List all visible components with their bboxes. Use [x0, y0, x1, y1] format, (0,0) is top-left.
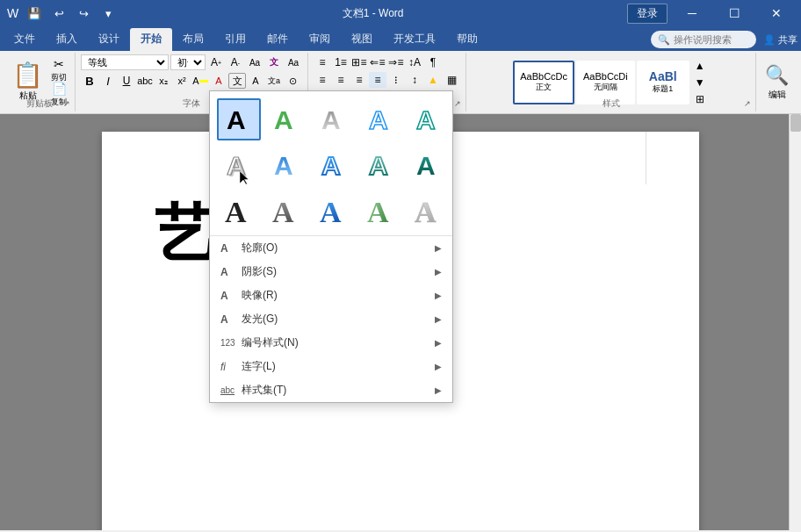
styleset-menu-item[interactable]: abc 样式集(T) ▶: [210, 378, 452, 402]
shrink-font-button[interactable]: A-: [227, 54, 244, 70]
bold-button[interactable]: B: [81, 73, 98, 89]
shading-button[interactable]: ▲: [424, 72, 442, 88]
svg-text:A: A: [274, 151, 293, 180]
svg-text:A: A: [367, 196, 389, 227]
superscript-button[interactable]: x²: [173, 73, 191, 89]
right-scrollbar[interactable]: [789, 114, 801, 530]
tab-design[interactable]: 设计: [88, 28, 130, 51]
bullets-button[interactable]: ≡: [314, 54, 331, 70]
align-right-button[interactable]: ≡: [350, 72, 368, 88]
cut-button[interactable]: ✂ 剪切: [48, 59, 69, 82]
paragraph-expand-button[interactable]: ↗: [451, 97, 464, 110]
multilevel-list-button[interactable]: ⊞≡: [350, 54, 368, 70]
tab-view[interactable]: 视图: [341, 28, 383, 51]
glow-menu-item[interactable]: A 发光(G) ▶: [210, 307, 452, 331]
search-icon: 🔍: [658, 34, 670, 46]
change-case-button[interactable]: Aa: [285, 54, 302, 70]
char-border-button[interactable]: 文: [228, 73, 246, 89]
art-text-dropdown: A A A A A: [209, 90, 453, 403]
scroll-thumb-top: [790, 114, 801, 132]
customize-qa-button[interactable]: ▾: [97, 3, 119, 24]
tab-file[interactable]: 文件: [4, 28, 46, 51]
line-spacing-button[interactable]: ↕: [406, 72, 423, 88]
tab-insert[interactable]: 插入: [46, 28, 88, 51]
tab-home[interactable]: 开始: [130, 28, 172, 51]
tab-review[interactable]: 审阅: [299, 28, 341, 51]
art-style-plain-black[interactable]: A: [217, 98, 261, 140]
underline-button[interactable]: U: [118, 73, 135, 89]
title-bar: W 💾 ↩ ↪ ▾ 文档1 - Word 登录 ─ ☐ ✕: [0, 0, 801, 26]
art-style-heavy-green-outline[interactable]: A: [359, 190, 403, 232]
art-style-metallic[interactable]: A: [407, 190, 451, 232]
editing-content: 🔍 编辑: [761, 54, 792, 110]
outline-menu-item[interactable]: A 轮廓(O) ▶: [210, 236, 452, 260]
restore-button[interactable]: ☐: [717, 0, 752, 26]
styles-scroll-up[interactable]: ▲: [691, 58, 709, 74]
art-style-gradient-gray[interactable]: A: [312, 98, 356, 140]
window-title: 文档1 - Word: [119, 6, 627, 21]
undo-button[interactable]: ↩: [48, 3, 69, 24]
search-box[interactable]: 🔍: [651, 31, 756, 48]
align-center-button[interactable]: ≡: [332, 72, 350, 88]
art-style-blue-outline-gradient[interactable]: A: [312, 144, 356, 186]
clear-format-button[interactable]: Aa: [246, 54, 263, 70]
font-color-button[interactable]: A: [210, 73, 227, 89]
decrease-indent-button[interactable]: ⇐≡: [369, 54, 386, 70]
align-left-button[interactable]: ≡: [314, 72, 331, 88]
art-style-gradient-blue[interactable]: A: [264, 144, 308, 186]
shadow-menu-item[interactable]: A 阴影(S) ▶: [210, 260, 452, 284]
save-button[interactable]: 💾: [24, 3, 45, 24]
font-name-select[interactable]: 等线: [81, 54, 169, 70]
art-style-heavy-blue[interactable]: A: [312, 190, 356, 232]
tab-layout[interactable]: 布局: [172, 28, 214, 51]
italic-button[interactable]: I: [99, 73, 117, 89]
styles-expand-button[interactable]: ↗: [741, 97, 754, 110]
art-style-outline-teal[interactable]: A: [407, 98, 451, 140]
increase-indent-button[interactable]: ⇒≡: [387, 54, 405, 70]
find-button[interactable]: 🔍 编辑: [761, 58, 792, 107]
art-style-green-outline[interactable]: A: [359, 144, 403, 186]
ligature-menu-item[interactable]: fi 连字(L) ▶: [210, 355, 452, 378]
tab-references[interactable]: 引用: [214, 28, 256, 51]
pinyin-button[interactable]: 文a: [265, 73, 283, 89]
justify-button[interactable]: ≡: [369, 72, 386, 88]
glow-arrow-icon: ▶: [435, 314, 442, 324]
minimize-button[interactable]: ─: [675, 0, 710, 26]
share-button[interactable]: 👤 共享: [763, 33, 797, 47]
tab-mailings[interactable]: 邮件: [256, 28, 299, 51]
art-style-dark-teal[interactable]: A: [407, 144, 451, 186]
title-bar-left: W 💾 ↩ ↪ ▾: [7, 3, 119, 24]
quick-access-toolbar: 💾 ↩ ↪ ▾: [24, 3, 119, 24]
art-style-heavy-gray[interactable]: A: [264, 190, 308, 232]
numbering-menu-item[interactable]: 123 编号样式(N) ▶: [210, 331, 452, 355]
art-text-grid: A A A A A: [210, 91, 452, 236]
clipboard-expand-button[interactable]: ↗: [61, 97, 73, 110]
login-button[interactable]: 登录: [627, 4, 668, 24]
art-style-shadow-gray[interactable]: A A: [217, 144, 261, 186]
strikethrough-button[interactable]: abc: [136, 73, 154, 89]
tab-developer[interactable]: 开发工具: [383, 28, 446, 51]
char-spacing-button[interactable]: 文: [265, 54, 283, 70]
subscript-button[interactable]: x₂: [155, 73, 172, 89]
borders-button[interactable]: ▦: [443, 72, 460, 88]
numbering-button[interactable]: 1≡: [332, 54, 350, 70]
column-layout-button[interactable]: ⫶: [387, 72, 405, 88]
art-style-outline-blue[interactable]: A: [359, 98, 403, 140]
art-style-green-solid[interactable]: A: [264, 98, 308, 140]
char-shading-button[interactable]: A: [247, 73, 264, 89]
close-button[interactable]: ✕: [759, 0, 794, 26]
encircle-button[interactable]: ⊙: [284, 73, 301, 89]
style-normal-preview: AaBbCcDc: [520, 71, 567, 82]
search-input[interactable]: [674, 34, 744, 45]
grow-font-button[interactable]: A+: [207, 54, 225, 70]
redo-button[interactable]: ↪: [73, 3, 94, 24]
font-size-select[interactable]: 初号: [170, 54, 206, 70]
show-marks-button[interactable]: ¶: [424, 54, 442, 70]
art-style-heavy-black[interactable]: A: [217, 190, 261, 232]
reflection-menu-item[interactable]: A 映像(R) ▶: [210, 284, 452, 307]
sort-button[interactable]: ↕A: [406, 54, 423, 70]
text-highlight-button[interactable]: A: [191, 73, 209, 89]
styles-scroll-down[interactable]: ▼: [691, 75, 709, 90]
tab-help[interactable]: 帮助: [446, 28, 488, 51]
copy-icon: 📄: [52, 82, 67, 96]
